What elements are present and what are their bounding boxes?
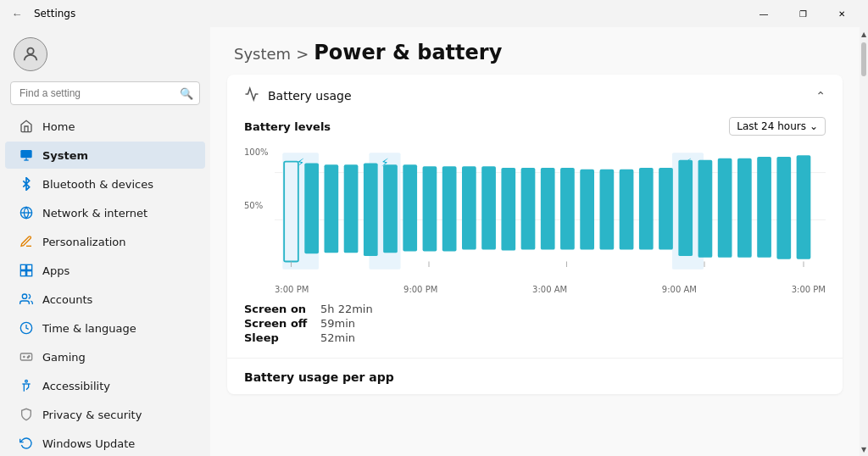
svg-rect-47 xyxy=(718,158,732,258)
battery-usage-panel-body: Battery levels Last 24 hours ⌄ 100% 50% … xyxy=(227,117,843,358)
svg-rect-26 xyxy=(304,163,319,253)
chart-wrapper: 100% 50% 0% xyxy=(244,144,826,294)
search-icon: 🔍 xyxy=(180,87,193,100)
svg-rect-6 xyxy=(20,264,25,270)
x-axis-labels: 3:00 PM 9:00 PM 3:00 AM 9:00 AM 3:00 PM xyxy=(275,283,826,294)
y-label-50: 50% xyxy=(244,201,269,210)
svg-rect-34 xyxy=(462,166,476,249)
battery-levels-title: Battery levels xyxy=(244,120,331,133)
svg-rect-31 xyxy=(403,164,417,251)
stat-screen-on-value: 5h 22min xyxy=(320,303,826,315)
y-label-100: 100% xyxy=(244,147,269,157)
scrollbar-thumb[interactable] xyxy=(861,42,866,76)
battery-chart: ⚡ ⚡ ⚡ xyxy=(275,144,826,280)
svg-rect-32 xyxy=(423,166,437,251)
maximize-button[interactable]: ❐ xyxy=(783,0,822,27)
apps-icon xyxy=(19,263,34,278)
x-label-9am: 9:00 AM xyxy=(662,285,697,294)
scroll-up-arrow[interactable]: ▲ xyxy=(860,27,868,41)
battery-usage-panel: Battery usage ⌃ Battery levels Last 24 h… xyxy=(227,75,843,394)
main-content: System > Power & battery Battery usage ⌃… xyxy=(210,27,860,456)
svg-rect-44 xyxy=(659,168,673,250)
sidebar-item-personalization-label: Personalization xyxy=(42,236,126,248)
sidebar-item-windows-update[interactable]: Windows Update xyxy=(5,430,205,456)
search-input[interactable] xyxy=(10,81,200,105)
minimize-button[interactable]: — xyxy=(744,0,783,27)
stat-sleep-label: Sleep xyxy=(244,331,320,344)
search-box: 🔍 xyxy=(10,81,200,105)
sidebar-item-privacy[interactable]: Privacy & security xyxy=(5,401,205,428)
svg-rect-9 xyxy=(27,271,32,276)
stat-screen-off-label: Screen off xyxy=(244,317,320,330)
sidebar-item-gaming[interactable]: Gaming xyxy=(5,343,205,370)
stat-sleep-value: 52min xyxy=(320,331,826,344)
sidebar-item-time[interactable]: Time & language xyxy=(5,314,205,342)
svg-rect-7 xyxy=(27,264,32,270)
svg-rect-39 xyxy=(560,168,575,250)
sidebar-item-apps[interactable]: Apps xyxy=(5,257,205,284)
svg-rect-43 xyxy=(639,168,654,250)
svg-rect-48 xyxy=(737,158,752,258)
gaming-icon xyxy=(19,349,34,364)
profile-section xyxy=(0,27,210,78)
stat-screen-off-value: 59min xyxy=(320,317,826,330)
sidebar-item-windows-update-label: Windows Update xyxy=(42,437,135,450)
breadcrumb-parent: System xyxy=(234,45,291,63)
network-icon xyxy=(19,205,34,220)
svg-rect-28 xyxy=(344,164,359,253)
scrollbar-track xyxy=(861,42,866,441)
svg-rect-8 xyxy=(20,271,25,276)
back-button[interactable]: ← xyxy=(7,3,27,24)
x-label-3am: 3:00 AM xyxy=(532,285,567,294)
x-label-3pm2: 3:00 PM xyxy=(792,285,826,294)
sidebar-item-accounts[interactable]: Accounts xyxy=(5,286,205,313)
sidebar-item-privacy-label: Privacy & security xyxy=(42,409,142,421)
sidebar-item-accessibility[interactable]: Accessibility xyxy=(5,372,205,399)
sidebar-item-system[interactable]: System xyxy=(5,142,205,169)
svg-rect-30 xyxy=(383,164,398,253)
x-label-3pm: 3:00 PM xyxy=(275,285,309,294)
svg-rect-36 xyxy=(501,168,515,251)
time-selector[interactable]: Last 24 hours ⌄ xyxy=(729,117,826,136)
sidebar-item-bluetooth[interactable]: Bluetooth & devices xyxy=(5,170,205,197)
battery-usage-per-app-title[interactable]: Battery usage per app xyxy=(227,358,843,394)
svg-point-14 xyxy=(27,357,28,358)
panel-chevron-icon: ⌃ xyxy=(815,89,826,103)
time-selector-chevron: ⌄ xyxy=(810,120,818,132)
bluetooth-icon xyxy=(19,176,34,192)
svg-rect-49 xyxy=(757,157,771,258)
time-selector-label: Last 24 hours xyxy=(737,120,806,132)
sidebar-item-home[interactable]: Home xyxy=(5,113,205,140)
sidebar-item-personalization[interactable]: Personalization xyxy=(5,228,205,255)
stat-screen-on-label: Screen on xyxy=(244,303,320,315)
svg-rect-12 xyxy=(20,353,31,360)
svg-rect-37 xyxy=(521,168,536,250)
close-button[interactable]: ✕ xyxy=(822,0,861,27)
sidebar-item-network[interactable]: Network & internet xyxy=(5,199,205,226)
svg-rect-33 xyxy=(442,166,457,251)
svg-rect-41 xyxy=(600,170,615,250)
svg-point-10 xyxy=(22,294,26,298)
svg-point-15 xyxy=(25,380,28,382)
avatar[interactable] xyxy=(14,37,47,71)
sidebar-item-apps-label: Apps xyxy=(42,264,70,277)
sidebar-item-home-label: Home xyxy=(42,120,75,133)
svg-point-0 xyxy=(27,48,33,54)
sidebar-item-system-label: System xyxy=(42,149,88,162)
sidebar-item-accounts-label: Accounts xyxy=(42,293,92,306)
sidebar-item-bluetooth-label: Bluetooth & devices xyxy=(42,178,153,191)
privacy-icon xyxy=(19,407,34,422)
svg-rect-1 xyxy=(20,150,31,158)
sidebar-item-time-label: Time & language xyxy=(42,322,136,335)
breadcrumb-separator: > xyxy=(296,45,309,63)
svg-rect-38 xyxy=(541,168,555,250)
svg-rect-27 xyxy=(325,164,339,253)
battery-usage-panel-header[interactable]: Battery usage ⌃ xyxy=(227,75,843,117)
titlebar-left: ← Settings xyxy=(7,3,75,24)
svg-rect-51 xyxy=(797,155,811,259)
scroll-down-arrow[interactable]: ▼ xyxy=(860,442,868,456)
svg-rect-40 xyxy=(580,170,594,250)
app-body: 🔍 Home System Bluetooth & devices Net xyxy=(0,27,868,456)
battery-stats: Screen on 5h 22min Screen off 59min Slee… xyxy=(244,303,826,344)
svg-rect-46 xyxy=(698,160,713,258)
